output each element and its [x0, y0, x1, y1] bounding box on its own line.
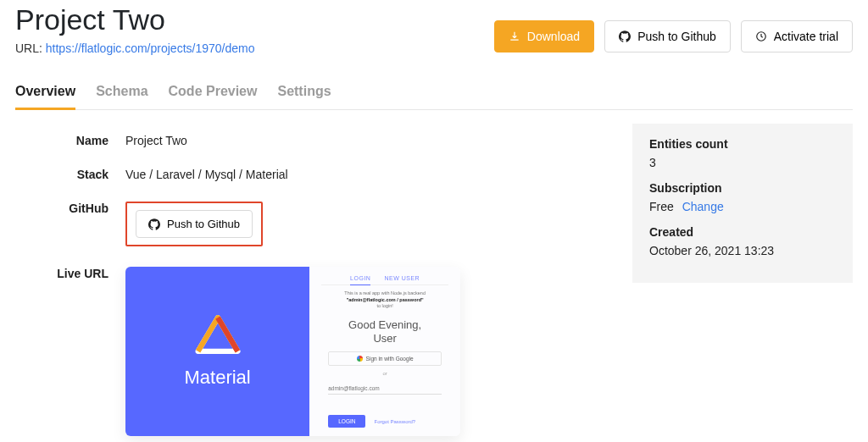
- preview-note-line2: "admin@flatlogic.com / password": [347, 297, 424, 302]
- name-label: Name: [15, 130, 108, 147]
- download-button[interactable]: Download: [494, 20, 594, 52]
- download-button-label: Download: [527, 30, 580, 43]
- tab-schema[interactable]: Schema: [96, 79, 147, 109]
- clock-icon: [755, 30, 767, 42]
- preview-note-line1: This is a real app with Node.js backend: [321, 290, 448, 297]
- body-row: Name Project Two Stack Vue / Laravel / M…: [15, 124, 853, 436]
- push-github-button[interactable]: Push to Github: [604, 20, 731, 52]
- preview-note: This is a real app with Node.js backend …: [321, 290, 448, 310]
- github-push-button-inline-label: Push to Github: [167, 218, 240, 230]
- entities-count-value: 3: [649, 156, 836, 169]
- overview-grid: Name Project Two Stack Vue / Laravel / M…: [15, 124, 612, 436]
- activate-trial-button[interactable]: Activate trial: [741, 20, 853, 52]
- activate-trial-button-label: Activate trial: [774, 30, 838, 43]
- created-value: October 26, 2021 13:23: [649, 244, 836, 257]
- live-url-label: Live URL: [15, 263, 108, 280]
- preview-footer: LOGIN Forgot Password?: [328, 415, 442, 428]
- tabs: Overview Schema Code Preview Settings: [15, 79, 853, 110]
- project-url-link[interactable]: https://flatlogic.com/projects/1970/demo: [46, 41, 255, 55]
- preview-mini-tabs: LOGIN NEW USER: [321, 275, 448, 285]
- title-wrap: Project Two URL: https://flatlogic.com/p…: [15, 3, 254, 55]
- preview-or-divider: or: [321, 371, 448, 376]
- preview-google-signin-label: Sign in with Google: [366, 356, 414, 362]
- tab-code-preview[interactable]: Code Preview: [169, 79, 258, 109]
- stack-value: Vue / Laravel / Mysql / Material: [125, 164, 612, 181]
- preview-email-input: admin@flatlogic.com: [328, 383, 442, 395]
- subscription-value: Free: [649, 200, 674, 213]
- url-label: URL:: [15, 41, 42, 55]
- push-github-button-label: Push to Github: [637, 30, 716, 43]
- name-value: Project Two: [125, 130, 612, 147]
- tab-settings[interactable]: Settings: [277, 79, 331, 109]
- subscription-value-row: Free Change: [649, 200, 836, 213]
- github-icon: [619, 30, 631, 42]
- triangle-logo-icon: [195, 314, 241, 355]
- github-label: GitHub: [15, 198, 108, 215]
- page-title: Project Two: [15, 3, 254, 36]
- github-highlight-box: Push to Github: [125, 202, 263, 246]
- preview-google-signin-button: Sign in with Google: [328, 351, 442, 366]
- preview-login-panel: LOGIN NEW USER This is a real app with N…: [309, 267, 460, 436]
- google-logo-icon: [357, 356, 363, 362]
- preview-forgot-link: Forgot Password?: [374, 419, 415, 424]
- preview-greeting: Good Evening, User: [321, 318, 448, 345]
- github-push-button-inline[interactable]: Push to Github: [136, 210, 253, 238]
- tab-overview[interactable]: Overview: [15, 79, 75, 110]
- preview-greeting-line1: Good Evening,: [321, 318, 448, 332]
- github-icon: [148, 218, 160, 230]
- entities-count-label: Entities count: [649, 137, 836, 151]
- preview-tab-new-user: NEW USER: [384, 275, 420, 281]
- preview-card[interactable]: Material LOGIN NEW USER This is a real a…: [125, 267, 460, 436]
- material-brand-text: Material: [185, 367, 251, 389]
- page-header: Project Two URL: https://flatlogic.com/p…: [15, 0, 853, 55]
- preview-note-line3: to login!: [321, 303, 448, 310]
- download-icon: [509, 30, 520, 42]
- subscription-label: Subscription: [649, 181, 836, 195]
- github-cell: Push to Github: [125, 198, 612, 246]
- preview-login-button: LOGIN: [328, 415, 365, 428]
- header-actions: Download Push to Github Activate trial: [494, 3, 853, 52]
- stack-label: Stack: [15, 164, 108, 181]
- subscription-change-link[interactable]: Change: [682, 200, 724, 213]
- live-url-cell: Material LOGIN NEW USER This is a real a…: [125, 263, 612, 436]
- preview-brand-panel: Material: [125, 267, 309, 436]
- created-label: Created: [649, 225, 836, 239]
- sidebar: Entities count 3 Subscription Free Chang…: [632, 124, 853, 283]
- project-url-line: URL: https://flatlogic.com/projects/1970…: [15, 41, 254, 55]
- preview-greeting-line2: User: [321, 332, 448, 345]
- preview-tab-login: LOGIN: [350, 275, 370, 285]
